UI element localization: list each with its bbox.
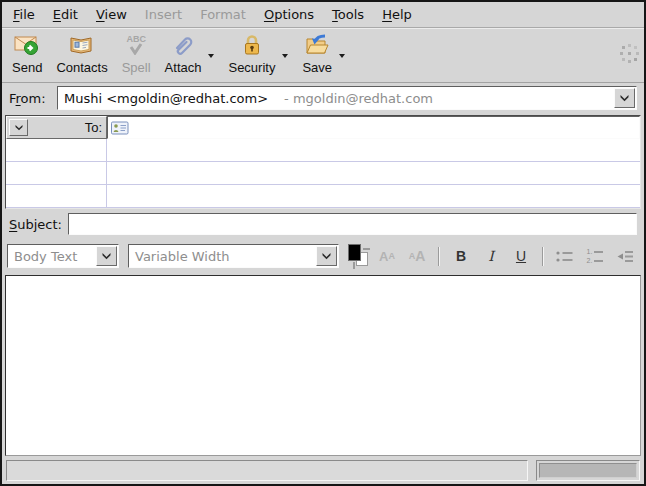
send-icon (14, 32, 40, 58)
menu-edit[interactable]: Edit (44, 4, 87, 25)
recipient-row-type-cell (6, 139, 107, 161)
status-message-area (6, 460, 528, 481)
menu-format: Format (191, 4, 255, 25)
recipient-row-address-cell (107, 139, 640, 161)
contacts-icon (69, 32, 95, 58)
attach-icon (170, 32, 196, 58)
save-label: Save (302, 60, 332, 75)
recipient-empty-row (6, 162, 640, 185)
recipient-empty-row (6, 185, 640, 208)
recipient-row-address-cell (107, 162, 640, 184)
from-dropdown-button[interactable] (614, 88, 635, 108)
attach-menu-arrow[interactable] (208, 54, 214, 58)
menu-help[interactable]: Help (373, 4, 421, 25)
menu-options[interactable]: Options (255, 4, 323, 25)
to-dropdown-button[interactable] (9, 119, 28, 136)
save-button[interactable]: Save (296, 31, 351, 76)
security-button[interactable]: Security (222, 31, 294, 76)
send-button[interactable]: Send (6, 31, 48, 76)
from-label: From: (9, 91, 57, 106)
recipient-empty-row (6, 139, 640, 162)
recipients-panel: To: (5, 115, 641, 209)
numbered-list-icon: 1. 2. (587, 248, 604, 264)
menu-view[interactable]: View (87, 4, 136, 25)
font-family-value: Variable Width (135, 249, 230, 264)
from-account-value: Mushi <mgoldin@redhat.com> (64, 91, 268, 106)
attach-button[interactable]: Attach (159, 31, 221, 76)
recipient-header-row: To: (6, 116, 640, 139)
menu-bar: File Edit View Insert Format Options Too… (2, 2, 644, 28)
text-color-picker[interactable] (346, 243, 372, 269)
paragraph-style-dropdown-button[interactable] (96, 246, 117, 266)
toolbar-separator (438, 247, 440, 266)
to-address-input[interactable] (132, 120, 636, 135)
compose-window: File Edit View Insert Format Options Too… (0, 0, 646, 486)
subject-row: Subject: (2, 209, 644, 239)
outdent-button[interactable] (612, 243, 638, 269)
progress-bar-frame (536, 460, 640, 481)
progress-bar-trough (539, 463, 637, 478)
spell-label: Spell (122, 60, 151, 75)
italic-button[interactable]: I (478, 243, 504, 269)
bullet-list-icon (555, 249, 575, 264)
paragraph-style-select[interactable]: Body Text (7, 244, 119, 268)
toolbar-separator (542, 247, 544, 266)
chevron-down-icon (619, 94, 630, 102)
security-label: Security (228, 60, 275, 75)
main-toolbar: Send Contacts ABC (2, 28, 644, 83)
attach-label: Attach (165, 60, 202, 75)
from-account-email: - mgoldin@redhat.com (284, 91, 433, 106)
from-account-select[interactable]: Mushi <mgoldin@redhat.com> - mgoldin@red… (57, 86, 637, 110)
recipient-row-type-cell (6, 162, 107, 184)
message-body-editor[interactable] (5, 275, 641, 456)
status-bar (2, 456, 644, 484)
chevron-down-icon (14, 124, 24, 131)
to-field-type-button[interactable]: To: (6, 116, 107, 139)
spell-icon: ABC (126, 32, 146, 58)
subject-input[interactable] (68, 213, 637, 235)
outdent-icon (615, 249, 635, 264)
save-menu-arrow[interactable] (339, 54, 345, 58)
subject-label: Subject: (9, 217, 68, 232)
font-family-select[interactable]: Variable Width (128, 244, 339, 268)
bullet-list-button[interactable] (552, 243, 578, 269)
foreground-color-swatch (348, 244, 361, 261)
recipient-row-type-cell (6, 185, 107, 207)
to-label: To: (28, 120, 102, 135)
menu-insert: Insert (136, 4, 191, 25)
chevron-down-icon (321, 252, 332, 260)
menu-tools[interactable]: Tools (323, 4, 373, 25)
send-label: Send (12, 60, 42, 75)
contacts-button[interactable]: Contacts (50, 31, 113, 76)
save-icon (304, 32, 330, 58)
numbered-list-button[interactable]: 1. 2. (582, 243, 608, 269)
decrease-font-size-button: AA (374, 243, 400, 269)
underline-button[interactable]: U (508, 243, 534, 269)
to-address-entry[interactable] (107, 116, 640, 139)
security-menu-arrow[interactable] (282, 54, 288, 58)
spell-button: ABC Spell (116, 31, 157, 76)
recipient-row-address-cell (107, 185, 640, 207)
contact-card-icon (111, 121, 129, 135)
security-icon (241, 32, 263, 58)
menu-file[interactable]: File (4, 4, 44, 25)
contacts-label: Contacts (56, 60, 107, 75)
chevron-down-icon (101, 252, 112, 260)
paragraph-style-value: Body Text (14, 249, 77, 264)
font-family-dropdown-button[interactable] (316, 246, 337, 266)
format-toolbar: Body Text Variable Width AA (2, 239, 644, 273)
activity-throbber-icon (628, 52, 631, 55)
decrease-font-icon: A (379, 249, 388, 264)
bold-button[interactable]: B (448, 243, 474, 269)
from-row: From: Mushi <mgoldin@redhat.com> - mgold… (2, 83, 644, 113)
increase-font-size-button: AA (404, 243, 430, 269)
